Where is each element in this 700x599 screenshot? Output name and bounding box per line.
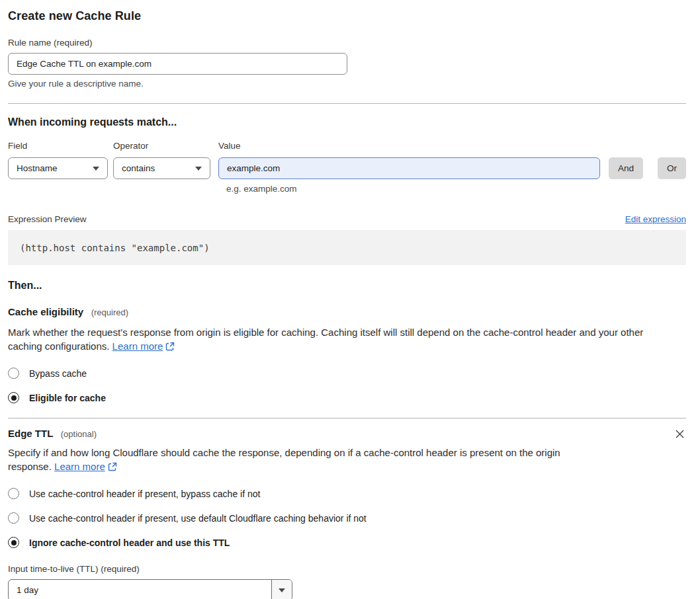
field-select[interactable]: Hostname <box>8 157 108 179</box>
rule-name-label: Rule name (required) <box>8 38 686 48</box>
edge-ttl-description: Specify if and how long Cloudflare shoul… <box>8 446 564 475</box>
value-input-wrap <box>218 157 600 179</box>
match-controls-row: Hostname contains And Or <box>8 157 686 179</box>
cache-eligibility-required-badge: (required) <box>91 307 128 317</box>
edge-ttl-title: Edge TTL <box>8 428 53 439</box>
learn-more-link[interactable]: Learn more <box>112 340 163 352</box>
expression-code-block: (http.host contains "example.com") <box>8 230 686 265</box>
radio-icon <box>8 488 19 499</box>
divider <box>8 103 686 104</box>
then-heading: Then... <box>8 280 686 292</box>
radio-label: Use cache-control header if present, byp… <box>29 489 260 499</box>
close-edge-ttl-button[interactable] <box>674 428 686 440</box>
expression-preview-label: Expression Preview <box>8 214 87 224</box>
chevron-down-icon <box>279 588 285 592</box>
edit-expression-link[interactable]: Edit expression <box>625 214 686 224</box>
radio-bypass-cache[interactable]: Bypass cache <box>8 368 686 379</box>
match-section-heading: When incoming requests match... <box>8 116 686 128</box>
expression-preview-row: Expression Preview Edit expression <box>8 214 686 224</box>
ttl-select-arrow-button[interactable] <box>271 580 292 599</box>
radio-use-header-bypass[interactable]: Use cache-control header if present, byp… <box>8 488 686 499</box>
operator-select[interactable]: contains <box>113 157 210 179</box>
radio-icon <box>8 368 19 379</box>
match-labels-row: Field Operator Value <box>8 141 686 151</box>
operator-label: Operator <box>113 141 210 151</box>
external-link-icon <box>108 461 117 475</box>
radio-label: Bypass cache <box>29 368 87 379</box>
cache-eligibility-description-text: Mark whether the request’s response from… <box>8 327 643 352</box>
chevron-down-icon <box>93 167 99 171</box>
ttl-select-value: 1 day <box>9 580 271 599</box>
rule-name-input[interactable] <box>8 53 347 75</box>
rule-name-helper: Give your rule a descriptive name. <box>8 79 686 89</box>
radio-icon <box>8 512 19 524</box>
field-label: Field <box>8 141 108 151</box>
value-helper: e.g. example.com <box>226 184 686 194</box>
cache-eligibility-head: Cache eligibility (required) <box>8 306 686 318</box>
create-cache-rule-form: Create new Cache Rule Rule name (require… <box>0 0 700 599</box>
edge-ttl-optional-badge: (optional) <box>61 429 97 439</box>
radio-eligible-for-cache[interactable]: Eligible for cache <box>8 392 686 403</box>
radio-label: Eligible for cache <box>29 393 106 403</box>
or-button[interactable]: Or <box>658 157 686 179</box>
operator-select-value: contains <box>122 163 155 173</box>
learn-more-link[interactable]: Learn more <box>54 461 105 472</box>
value-label: Value <box>218 141 686 151</box>
and-button[interactable]: And <box>609 157 643 179</box>
cache-eligibility-description: Mark whether the request’s response from… <box>8 325 678 354</box>
value-input[interactable] <box>218 157 600 179</box>
edge-ttl-head: Edge TTL (optional) <box>8 428 686 440</box>
divider <box>8 418 686 419</box>
radio-label: Ignore cache-control header and use this… <box>29 538 230 548</box>
chevron-down-icon <box>195 167 202 171</box>
radio-icon <box>8 392 19 403</box>
expression-code: (http.host contains "example.com") <box>20 243 210 253</box>
radio-use-header-default[interactable]: Use cache-control header if present, use… <box>8 512 686 524</box>
ttl-input-label: Input time-to-live (TTL) (required) <box>8 564 686 574</box>
cache-eligibility-title: Cache eligibility <box>8 306 83 317</box>
field-select-value: Hostname <box>17 163 58 173</box>
ttl-select[interactable]: 1 day <box>8 579 292 599</box>
external-link-icon <box>165 340 175 354</box>
radio-ignore-header-use-ttl[interactable]: Ignore cache-control header and use this… <box>8 537 686 548</box>
radio-label: Use cache-control header if present, use… <box>29 513 367 524</box>
radio-icon <box>8 537 19 548</box>
page-title: Create new Cache Rule <box>8 0 686 23</box>
